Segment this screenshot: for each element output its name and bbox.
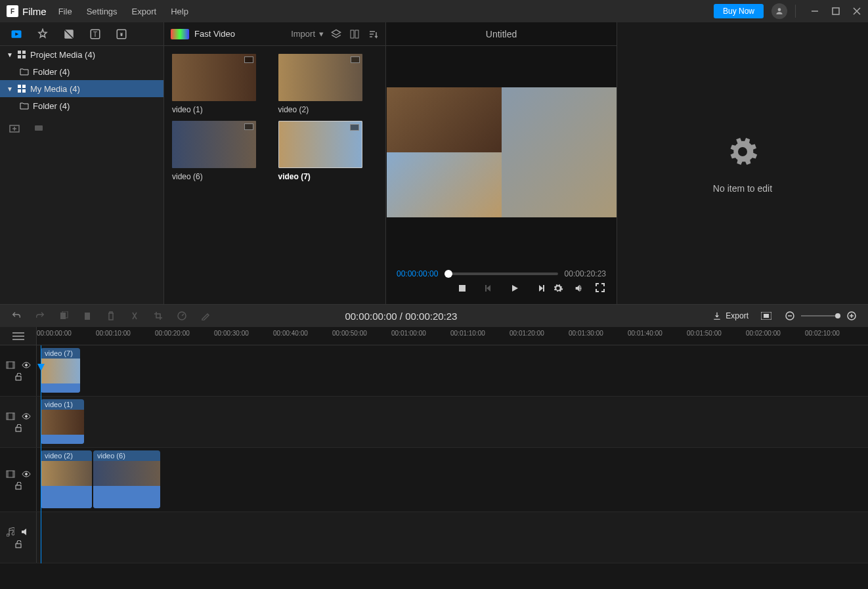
- fast-video-icon: [171, 29, 189, 39]
- hamburger-icon[interactable]: [12, 332, 24, 341]
- film-icon: [6, 470, 15, 478]
- preview-canvas[interactable]: [386, 46, 617, 258]
- sort-icon[interactable]: [367, 30, 379, 39]
- grid-icon: [17, 84, 26, 93]
- timeline-time-display: 00:00:00:00 / 00:00:20:23: [345, 311, 457, 322]
- zoom-out-button[interactable]: [784, 311, 796, 320]
- svg-rect-15: [18, 85, 21, 88]
- redo-button[interactable]: [34, 311, 46, 321]
- svg-rect-17: [18, 89, 21, 93]
- zoom-slider[interactable]: [801, 315, 840, 316]
- copy-button[interactable]: [58, 311, 70, 320]
- speed-button[interactable]: [176, 311, 188, 320]
- undo-button[interactable]: [11, 311, 22, 321]
- clip-video-1[interactable]: video (1): [41, 399, 84, 444]
- media-item-video-2[interactable]: video (2): [278, 54, 378, 114]
- svg-marker-29: [487, 285, 490, 292]
- svg-text:T: T: [93, 30, 98, 37]
- timeline-export-button[interactable]: Export: [712, 311, 749, 320]
- clip-badge-icon: [351, 56, 360, 63]
- folder-icon: [20, 101, 29, 110]
- volume-icon[interactable]: [573, 283, 585, 294]
- settings-icon[interactable]: [552, 283, 564, 294]
- media-tree: ▼ Project Media (4) Folder (4) ▼ My Medi…: [0, 46, 163, 114]
- svg-rect-63: [16, 544, 21, 548]
- clip-video-2[interactable]: video (2): [41, 450, 92, 508]
- next-frame-button[interactable]: [535, 284, 547, 293]
- menu-help[interactable]: Help: [171, 7, 188, 16]
- chevron-down-icon: ▾: [319, 29, 324, 39]
- import-button[interactable]: Import ▾: [291, 29, 324, 39]
- play-button[interactable]: [509, 284, 521, 293]
- split-button[interactable]: [129, 311, 141, 320]
- paste-button[interactable]: [81, 311, 93, 320]
- svg-rect-16: [22, 85, 26, 88]
- svg-rect-22: [35, 125, 43, 131]
- lock-icon[interactable]: [14, 373, 22, 381]
- tab-transitions-icon[interactable]: [62, 27, 76, 41]
- logo-icon: F: [7, 5, 18, 17]
- tab-audio-icon[interactable]: [114, 27, 129, 41]
- zoom-in-button[interactable]: [846, 311, 857, 320]
- eye-icon[interactable]: [22, 471, 31, 477]
- playhead[interactable]: [41, 345, 41, 563]
- delete-button[interactable]: [105, 311, 117, 320]
- media-item-video-7[interactable]: video (7): [278, 121, 378, 181]
- fast-video-button[interactable]: Fast Video: [171, 29, 235, 39]
- grid-view-icon[interactable]: [349, 30, 360, 39]
- media-item-video-6[interactable]: video (6): [172, 121, 272, 181]
- window-maximize[interactable]: [831, 7, 840, 16]
- fullscreen-icon[interactable]: [594, 283, 606, 294]
- edit-button[interactable]: [200, 311, 211, 320]
- tab-text-icon[interactable]: T: [88, 27, 102, 41]
- add-folder-icon[interactable]: [9, 123, 20, 133]
- preview-title: Untitled: [386, 22, 617, 46]
- preview-scrubber[interactable]: [445, 273, 557, 275]
- tree-my-media[interactable]: ▼ My Media (4): [0, 80, 163, 97]
- menu-file[interactable]: File: [58, 7, 72, 16]
- menu-export[interactable]: Export: [132, 7, 157, 16]
- tab-effects-icon[interactable]: [35, 27, 50, 41]
- preview-time-duration: 00:00:20:23: [565, 269, 606, 278]
- app-name: Filme: [22, 6, 47, 17]
- tab-media-icon[interactable]: [9, 27, 24, 41]
- clip-video-7[interactable]: video (7): [41, 348, 80, 393]
- svg-rect-33: [543, 285, 544, 292]
- tree-label: Project Media (4): [30, 50, 95, 60]
- buy-now-button[interactable]: Buy Now: [714, 4, 764, 18]
- lock-icon[interactable]: [14, 424, 22, 432]
- preview-time-current: 00:00:00:00: [397, 269, 438, 278]
- tag-icon[interactable]: [34, 123, 45, 133]
- timeline-ruler[interactable]: 00:00:00:0000:00:10:0000:00:20:0000:00:3…: [37, 327, 868, 345]
- clip-video-6[interactable]: video (6): [93, 450, 160, 508]
- eye-icon[interactable]: [22, 413, 31, 420]
- eye-icon[interactable]: [22, 362, 31, 368]
- lock-icon[interactable]: [14, 540, 22, 548]
- stop-button[interactable]: [456, 284, 468, 293]
- svg-rect-24: [355, 30, 358, 38]
- crop-button[interactable]: [152, 311, 164, 320]
- user-avatar[interactable]: [771, 3, 787, 19]
- preview-panel: Untitled 00:00:00:00 00:00:20:23: [386, 22, 617, 304]
- film-icon: [6, 412, 15, 420]
- media-item-video-1[interactable]: video (1): [172, 54, 272, 114]
- tree-folder-1[interactable]: Folder (4): [13, 63, 163, 80]
- tree-folder-2[interactable]: Folder (4): [13, 97, 163, 114]
- lock-icon[interactable]: [14, 482, 22, 490]
- menu-bar: File Settings Export Help: [58, 7, 188, 16]
- svg-rect-23: [351, 30, 354, 38]
- svg-point-51: [25, 364, 27, 366]
- volume-icon[interactable]: [21, 528, 30, 536]
- layers-icon[interactable]: [330, 29, 342, 39]
- svg-rect-57: [16, 427, 21, 431]
- svg-rect-30: [485, 285, 487, 292]
- svg-rect-36: [85, 313, 90, 320]
- fit-icon[interactable]: [760, 312, 772, 320]
- clip-badge-icon: [350, 124, 359, 131]
- menu-settings[interactable]: Settings: [87, 7, 118, 16]
- prev-frame-button[interactable]: [483, 284, 494, 293]
- window-minimize[interactable]: [810, 7, 819, 16]
- edit-panel: No item to edit: [617, 22, 868, 304]
- window-close[interactable]: [852, 7, 861, 16]
- tree-project-media[interactable]: ▼ Project Media (4): [0, 46, 163, 63]
